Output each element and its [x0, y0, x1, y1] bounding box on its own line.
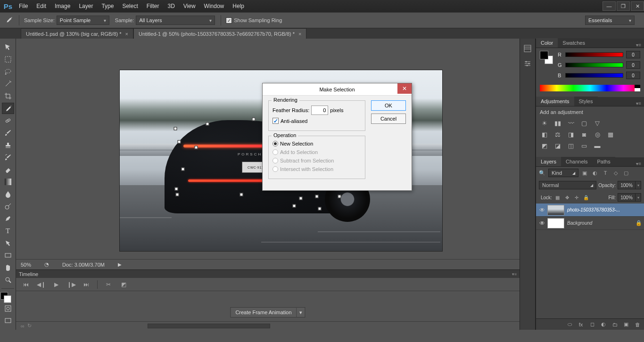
path-anchor[interactable]: [206, 122, 209, 126]
doc-size[interactable]: Doc: 3.00M/3.70M: [62, 262, 105, 268]
new-layer-icon[interactable]: ▣: [622, 321, 630, 328]
zoom-level[interactable]: 50%: [21, 262, 31, 268]
gradient-tool[interactable]: [2, 176, 14, 187]
b-slider[interactable]: [565, 73, 623, 78]
tl-scrollbar[interactable]: [148, 324, 270, 328]
colorlookup-icon[interactable]: ▦: [606, 130, 615, 138]
ok-button[interactable]: OK: [371, 100, 406, 111]
g-slider[interactable]: [565, 63, 623, 67]
bw-icon[interactable]: ◨: [566, 130, 576, 138]
selectivecolor-icon[interactable]: ▬: [593, 141, 602, 150]
path-anchor[interactable]: [178, 140, 181, 144]
path-anchor[interactable]: [252, 118, 256, 121]
invert-icon[interactable]: ◩: [540, 141, 549, 150]
paths-tab[interactable]: Paths: [593, 157, 615, 166]
menu-view[interactable]: View: [183, 3, 196, 9]
canvas[interactable]: PORSCHE CWC·911: [16, 39, 520, 259]
g-value[interactable]: 0: [626, 61, 640, 69]
menu-filter[interactable]: Filter: [147, 3, 159, 9]
brightness-icon[interactable]: ☀: [540, 119, 549, 127]
hue-icon[interactable]: ◧: [540, 130, 549, 138]
menu-type[interactable]: Type: [101, 3, 114, 9]
crop-tool[interactable]: [2, 90, 14, 102]
lock-position-icon[interactable]: ✥: [563, 194, 571, 201]
eraser-tool[interactable]: [2, 164, 14, 175]
filter-type-icon[interactable]: T: [601, 169, 610, 177]
feather-input[interactable]: [311, 106, 328, 115]
layer-name[interactable]: Background: [567, 220, 635, 226]
channels-tab[interactable]: Channels: [561, 157, 592, 166]
path-anchor[interactable]: [240, 193, 243, 196]
path-select-tool[interactable]: [2, 237, 14, 249]
eyedropper-tool[interactable]: [2, 103, 14, 114]
menu-select[interactable]: Select: [122, 3, 138, 9]
menu-window[interactable]: Window: [204, 3, 224, 9]
layer-mask-icon[interactable]: ◻: [588, 321, 596, 328]
new-fill-icon[interactable]: ◐: [600, 321, 607, 328]
screenmode-toggle[interactable]: [2, 315, 14, 326]
balance-icon[interactable]: ⚖: [553, 130, 562, 138]
layer-fx-icon[interactable]: fx: [577, 321, 585, 328]
dialog-close-button[interactable]: ✕: [397, 83, 412, 94]
brush-tool[interactable]: [2, 127, 14, 138]
path-anchor[interactable]: [293, 204, 296, 208]
fill-stepper[interactable]: ▾: [636, 193, 641, 202]
tl-prev-icon[interactable]: ◀❙: [36, 280, 46, 289]
sample-size-dropdown[interactable]: Point Sample: [57, 16, 109, 25]
document-tab[interactable]: Untitled-1 @ 50% (photo-1503376780353-7e…: [133, 28, 306, 39]
gradientmap-icon[interactable]: ▭: [579, 141, 589, 150]
path-anchor[interactable]: [182, 168, 185, 171]
visibility-icon[interactable]: 👁: [537, 207, 547, 213]
tl-transition-icon[interactable]: ◩: [118, 280, 129, 289]
pen-tool[interactable]: [2, 213, 14, 224]
stamp-tool[interactable]: [2, 139, 14, 151]
maximize-button[interactable]: ❐: [617, 1, 630, 11]
sample-dropdown[interactable]: All Layers: [136, 16, 215, 25]
shape-tool[interactable]: [2, 250, 14, 261]
timeline-tab[interactable]: Timeline▾≡: [16, 269, 520, 278]
color-swatches[interactable]: [2, 291, 14, 303]
hand-tool[interactable]: [2, 262, 14, 273]
minimize-button[interactable]: —: [603, 1, 616, 11]
path-anchor[interactable]: [299, 197, 303, 200]
opacity-stepper[interactable]: ▾: [636, 181, 641, 189]
path-anchor[interactable]: [338, 195, 341, 198]
swatches-tab[interactable]: Swatches: [558, 38, 590, 48]
lock-pixels-icon[interactable]: ▦: [554, 194, 561, 201]
visibility-icon[interactable]: 👁: [537, 220, 547, 227]
healing-tool[interactable]: [2, 115, 14, 126]
r-slider[interactable]: [565, 52, 623, 57]
delete-layer-icon[interactable]: 🗑: [634, 321, 641, 328]
close-tab-icon[interactable]: ×: [298, 31, 301, 37]
filter-pixel-icon[interactable]: ▣: [580, 169, 589, 177]
quickmask-toggle[interactable]: [2, 303, 14, 314]
zoom-tool[interactable]: [2, 274, 14, 285]
workspace-dropdown[interactable]: Essentials: [585, 16, 635, 25]
op-new-radio[interactable]: [272, 141, 278, 147]
show-ring-checkbox[interactable]: ✓: [226, 17, 232, 24]
panel-menu-icon[interactable]: ▾≡: [633, 101, 644, 106]
levels-icon[interactable]: ▮▮: [553, 119, 562, 127]
exposure-icon[interactable]: ▢: [579, 119, 589, 127]
panel-menu-icon[interactable]: ▾≡: [512, 272, 517, 277]
adjustments-tab[interactable]: Adjustments: [536, 97, 574, 106]
panel-menu-icon[interactable]: ▾≡: [633, 42, 644, 48]
background-swatch[interactable]: [4, 295, 11, 303]
tl-next-icon[interactable]: ❙▶: [66, 280, 76, 289]
layers-tab[interactable]: Layers: [536, 157, 561, 166]
styles-tab[interactable]: Styles: [574, 97, 598, 106]
menu-help[interactable]: Help: [232, 3, 244, 9]
new-group-icon[interactable]: 🗀: [611, 321, 619, 328]
dodge-tool[interactable]: [2, 201, 14, 212]
color-spectrum[interactable]: [540, 85, 640, 91]
tl-loop-icon[interactable]: ∞: [21, 323, 25, 329]
marquee-tool[interactable]: [2, 54, 14, 65]
r-value[interactable]: 0: [626, 51, 640, 58]
tl-last-icon[interactable]: ⏭: [81, 280, 91, 289]
tl-first-icon[interactable]: ⏮: [21, 280, 31, 289]
blur-tool[interactable]: [2, 188, 14, 200]
menu-3d[interactable]: 3D: [167, 3, 174, 9]
layer-row[interactable]: 👁 photo-1503376780353-...: [536, 204, 644, 217]
menu-edit[interactable]: Edit: [36, 3, 46, 9]
filter-kind-dropdown[interactable]: Kind◢: [548, 169, 578, 177]
